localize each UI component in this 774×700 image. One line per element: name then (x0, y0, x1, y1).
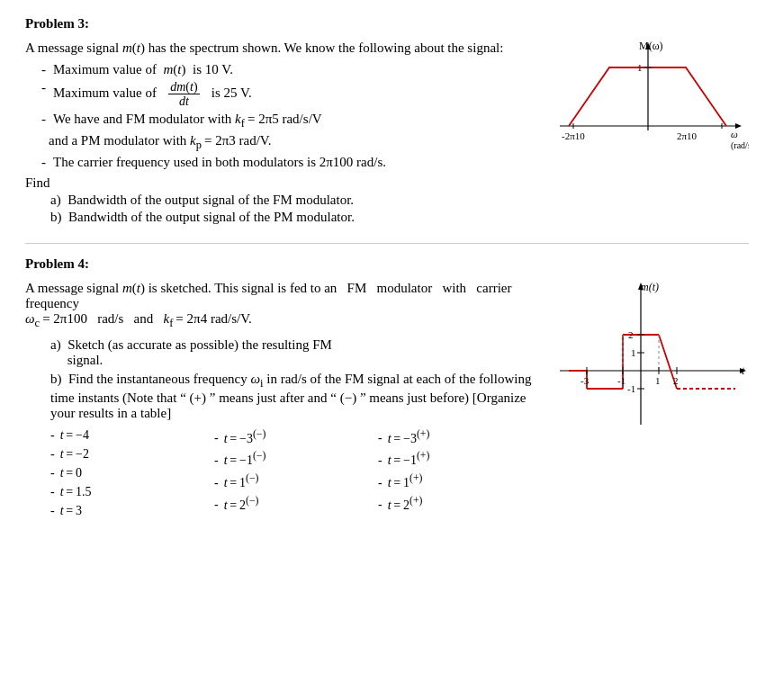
dash-icon-2: - (41, 80, 46, 95)
bullet-1-text: Maximum value of m(t) is 10 V. (53, 62, 233, 77)
y-tick-1b: 1 (631, 347, 636, 358)
dash-icon-4: - (41, 155, 46, 170)
graph3-ylabel: M(ω) (639, 40, 663, 52)
graph4-ylabel: m(t) (641, 281, 659, 293)
p4-find-a: a) Sketch (as accurate as possible) the … (50, 337, 542, 368)
bullet-3-cont: and a PM modulator with kp = 2π3 rad/V. (49, 133, 533, 152)
time-item: - t = 1(+) (378, 472, 542, 490)
problem3-section: Problem 3: A message signal m(t) has the… (25, 16, 749, 227)
x-tick-n3: -3 (580, 375, 590, 386)
find-label: Find (25, 175, 533, 191)
time-val: t = 1(−) (224, 472, 259, 490)
y-tick-1: 1 (637, 62, 643, 73)
time-item: - t = −1(−) (214, 450, 378, 468)
bullet-4-text: The carrier frequency used in both modul… (53, 155, 386, 170)
bullet-4: - The carrier frequency used in both mod… (41, 155, 533, 170)
time-col-3: - t = −3(+) - t = −1(+) - t = 1(+) - t =… (378, 428, 542, 523)
bullet-3-text: We have and FM modulator with kf = 2π5 r… (53, 112, 322, 130)
omega-label: ω (731, 129, 738, 139)
problem4-body: A message signal m(t) is sketched. This … (25, 281, 749, 523)
time-val: t = 3 (60, 504, 82, 518)
problem4-section: Problem 4: A message signal m(t) is sket… (25, 256, 749, 523)
bullet-1: - Maximum value of m(t) is 10 V. (41, 62, 533, 77)
x-tick-n1: -1 (617, 375, 626, 386)
time-list: - t = −4 - t = −2 - t = 0 - t = 1.5 (50, 428, 542, 523)
fraction-numerator: dm(t) (168, 80, 199, 94)
time-item: - t = −4 (50, 428, 214, 443)
dash: - (50, 504, 55, 518)
problem4-text-col: A message signal m(t) is sketched. This … (25, 281, 542, 523)
time-val: t = −4 (60, 428, 89, 443)
p4-find-b: b) Find the instantaneous frequency ωi i… (50, 372, 542, 421)
time-item: - t = −2 (50, 447, 214, 462)
dash: - (50, 447, 55, 462)
x-pos-label: 2π10 (677, 130, 698, 141)
dash-icon: - (41, 62, 46, 77)
problem4-svg: m(t) t (551, 281, 749, 429)
problem3-text-col: A message signal m(t) has the spectrum s… (25, 40, 533, 227)
rad-label: (rad/s) (731, 140, 749, 151)
divider (25, 243, 749, 244)
time-item: - t = 3 (50, 504, 214, 518)
dash: - (214, 453, 219, 468)
find-a: a) Bandwidth of the output signal of the… (50, 193, 533, 208)
x-tick-2: 2 (673, 375, 679, 386)
dash: - (378, 476, 382, 490)
dash: - (378, 498, 382, 512)
time-item: - t = −3(+) (378, 428, 542, 446)
problem4-title: Problem 4: (25, 256, 749, 272)
dash: - (214, 476, 219, 490)
x-neg-label: -2π10 (562, 130, 585, 141)
time-item: - t = 1(−) (214, 472, 378, 490)
time-val: t = −3(−) (224, 428, 266, 446)
time-item: - t = 0 (50, 466, 214, 480)
time-val: t = −3(+) (388, 428, 430, 446)
time-val: t = −1(+) (388, 450, 430, 468)
time-item: - t = 2(−) (214, 495, 378, 513)
dash-icon-3: - (41, 112, 46, 127)
fraction-dmdt: dm(t) dt (168, 80, 199, 109)
dash: - (214, 498, 219, 512)
problem3-svg: M(ω) 1 -2π10 2π10 (542, 40, 749, 175)
bullet-2-text: Maximum value of dm(t) dt is 25 V. (53, 80, 252, 109)
problem3-intro: A message signal m(t) has the spectrum s… (25, 40, 533, 56)
time-val: t = 0 (60, 466, 82, 480)
dash: - (50, 485, 55, 499)
y-tick-neg1: -1 (627, 383, 635, 394)
time-col-2: - t = −3(−) - t = −1(−) - t = 1(−) - t =… (214, 428, 378, 523)
problem4-graph: m(t) t (551, 281, 749, 433)
time-col-1: - t = −4 - t = −2 - t = 0 - t = 1.5 (50, 428, 214, 523)
find-b: b) Bandwidth of the output signal of the… (50, 210, 533, 225)
time-val: t = 1.5 (60, 485, 92, 499)
bullet-2: - Maximum value of dm(t) dt is 25 V. (41, 80, 533, 109)
x-tick-1: 1 (655, 375, 661, 386)
dash: - (50, 466, 55, 480)
fraction-denominator: dt (177, 94, 191, 108)
dash: - (50, 428, 55, 443)
time-item: - t = 2(+) (378, 495, 542, 513)
problem3-graph: M(ω) 1 -2π10 2π10 (542, 40, 749, 179)
time-val: t = 2(−) (224, 495, 259, 513)
dash: - (214, 431, 219, 445)
problem3-body: A message signal m(t) has the spectrum s… (25, 40, 749, 227)
time-val: t = −2 (60, 447, 89, 462)
time-item: - t = −3(−) (214, 428, 378, 446)
problem4-intro: A message signal m(t) is sketched. This … (25, 281, 542, 330)
time-val: t = 1(+) (388, 472, 423, 490)
time-val: t = 2(+) (388, 495, 423, 513)
bullet-3: - We have and FM modulator with kf = 2π5… (41, 112, 533, 130)
problem3-title: Problem 3: (25, 16, 749, 31)
time-item: - t = −1(+) (378, 450, 542, 468)
dash: - (378, 453, 382, 468)
y-tick-2: 2 (628, 329, 634, 340)
dash: - (378, 431, 382, 445)
time-val: t = −1(−) (224, 450, 266, 468)
time-item: - t = 1.5 (50, 485, 214, 499)
